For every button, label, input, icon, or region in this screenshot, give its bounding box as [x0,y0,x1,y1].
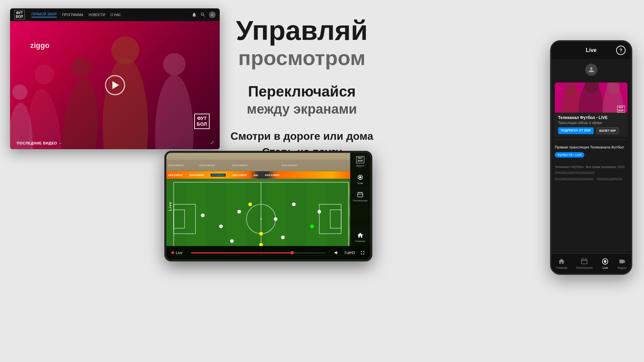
phone-card-title: Телеканал Футбол - LIVE [558,115,624,120]
feature2-line1: Смотри в дороге или дома [221,130,382,142]
phone-header: Live ? [551,42,631,59]
phone-copyright: Телеканал «Футбол». Все права защищены. … [555,165,628,169]
channel-logo: ФУТ БОЛ [194,114,210,129]
svg-point-35 [237,210,241,214]
svg-rect-48 [358,192,363,197]
nav-item-news[interactable]: НОВОСТИ [89,13,105,17]
phone-live-card: ФУТ БОЛ Телеканал Футбол - LIVE Трансляц… [555,82,628,137]
terms-link[interactable]: Пользовательское соглашение [555,177,593,180]
phone-section-title: Прямая трансляция Телеканала Футбол [555,145,628,149]
user-avatar[interactable]: A [209,11,216,18]
privacy-link[interactable]: Политика конфиденциальности [555,171,594,174]
nav-item-about[interactable]: О НАС [110,13,121,17]
bottom-controls: FullHD [334,250,365,255]
svg-point-64 [604,260,606,262]
svg-rect-59 [582,259,587,264]
sidebar-home-btn[interactable]: Главная [355,232,365,243]
tablet-screen: GKN KARGO GKN KARGO GKN KARGO GKN KARGO … [166,153,370,259]
resolution-label: FullHD [344,251,355,255]
tablet-mockup: GKN KARGO GKN KARGO GKN KARGO GKN KARGO … [164,151,372,261]
last-videos-link[interactable]: ПОСЛЕДНИЕ ВИДЕО → [17,141,62,145]
svg-point-42 [318,210,321,214]
play-button[interactable] [105,75,125,95]
live-indicator: Live [171,251,182,255]
svg-point-3 [71,57,92,78]
tablet-live-side-label: Live [168,201,172,211]
phone-nav-home[interactable]: Главная [556,258,567,269]
svg-point-47 [359,176,362,178]
promo-text: Управляй просмотром Переключайся между э… [221,17,382,162]
svg-point-37 [274,217,277,221]
desktop-content: ziggo ФУТ БОЛ ⤢ ПОСЛЕДНИЕ ВИДЕО → [10,21,220,149]
tablet-sidebar: ФУТ БОЛ Видео Live Расписание Главная [350,153,370,246]
svg-point-34 [219,225,223,228]
fullscreen-icon[interactable] [360,250,365,255]
svg-point-29 [260,218,262,220]
tablet-bottom-bar: Live FullHD [166,246,370,259]
phone-section: Прямая трансляция Телеканала Футбол Футб… [551,142,631,160]
progress-handle[interactable] [290,251,294,254]
refund-link[interactable]: Политика возвратов [597,177,622,180]
phone-nav-live-label: Live [602,266,608,269]
svg-point-7 [163,53,185,75]
desktop-mockup: ФУТ БОЛ ПРЯМОЙ ЭФИР ПРОГРАММА НОВОСТИ О … [10,8,220,149]
phone-nav-schedule[interactable]: Расписание [576,258,593,269]
svg-point-43 [201,214,205,217]
phone-card-buttons: ПОДПИСКА ОТ 250Р БИЛЕТ 69Р [558,127,624,134]
main-heading: Управляй [221,17,382,44]
subscription-button[interactable]: ПОДПИСКА ОТ 250Р [558,127,594,134]
svg-point-44 [248,202,252,206]
phone-divider [555,139,628,140]
phone-avatar[interactable] [585,64,597,76]
svg-point-38 [292,202,296,206]
search-icon[interactable] [200,12,206,17]
nav-items: ПРЯМОЙ ЭФИР ПРОГРАММА НОВОСТИ О НАС [32,12,121,17]
svg-point-9 [12,84,28,100]
expand-icon[interactable]: ⤢ [210,140,214,145]
phone-nav-live[interactable]: Live [601,258,609,269]
sidebar-schedule-btn[interactable]: Расписание [353,191,368,202]
phone-nav-schedule-label: Расписание [576,266,593,269]
desktop-nav: ФУТ БОЛ ПРЯМОЙ ЭФИР ПРОГРАММА НОВОСТИ О … [10,8,220,21]
phone-card-image: ФУТ БОЛ [555,82,628,113]
progress-fill [191,252,292,253]
live-dot [171,251,174,254]
sub-heading: просмотром [221,46,382,70]
svg-point-2 [58,77,102,149]
phone-footer-links: Политика конфиденциальности Пользователь… [555,171,628,180]
svg-point-39 [310,225,314,228]
svg-point-6 [155,75,194,149]
phone-card-logo: ФУТ БОЛ [617,106,625,113]
phone-mockup: Live ? ФУТ БОЛ Телеканал [550,40,632,275]
feature1-heading: Переключайся [221,83,382,100]
svg-point-36 [259,232,263,236]
bell-icon[interactable] [192,12,197,17]
phone-live-tag[interactable]: Футбол ТВ - LIVE [555,152,584,158]
phone-help-button[interactable]: ? [616,46,626,55]
phone-bottom-nav: Главная Расписание Live Видео [551,253,631,274]
sidebar-logo: ФУТ БОЛ Видео [356,156,364,167]
playback-progress[interactable] [191,252,326,253]
svg-point-40 [230,239,234,243]
phone-avatar-row [551,59,631,80]
sidebar-live-btn[interactable]: Live [357,174,364,185]
phone-nav-home-label: Главная [556,266,567,269]
ziggo-logo: ziggo [30,41,49,50]
phone-nav-video[interactable]: Видео [618,258,627,269]
nav-item-program[interactable]: ПРОГРАММА [62,13,83,17]
phone-header-title: Live [586,47,596,53]
svg-point-4 [103,57,148,149]
phone-nav-video-label: Видео [618,266,627,269]
feature1-sub: между экранами [221,102,382,117]
svg-point-1 [35,65,54,84]
ticket-button[interactable]: БИЛЕТ 69Р [596,127,619,134]
phone-footer: Телеканал «Футбол». Все права защищены. … [551,160,631,183]
phone-card-subtitle: Трансляция сейчас в эфире [558,121,624,125]
volume-icon[interactable] [334,250,339,255]
desktop-logo: ФУТ БОЛ [14,10,25,19]
phone-card-body: Телеканал Футбол - LIVE Трансляция сейча… [555,113,628,137]
nav-item-live[interactable]: ПРЯМОЙ ЭФИР [32,12,57,17]
field-lines [166,153,370,259]
svg-point-5 [111,36,139,64]
nav-icons: A [192,11,216,18]
